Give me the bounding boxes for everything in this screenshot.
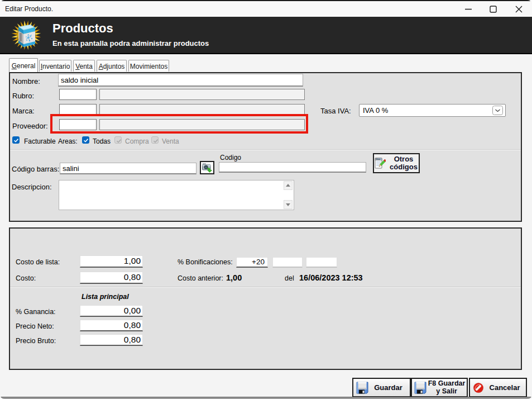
svg-text:Otros: Otros bbox=[376, 158, 381, 160]
